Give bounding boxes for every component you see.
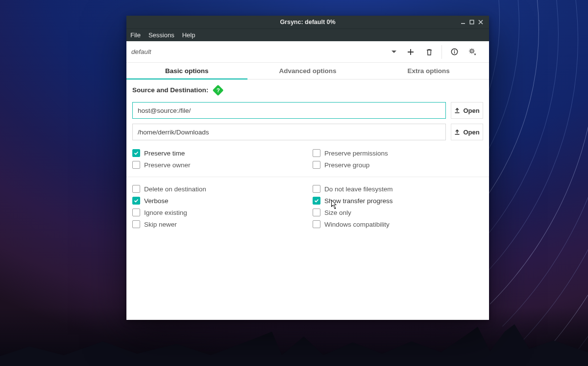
menu-sessions[interactable]: Sessions <box>148 31 174 39</box>
window-title: Grsync: default 0% <box>157 19 459 26</box>
checkbox-do-not-leave-filesystem[interactable]: Do not leave filesystem <box>313 185 483 193</box>
svg-rect-0 <box>461 23 465 24</box>
upload-icon <box>454 129 460 135</box>
info-icon <box>451 48 458 55</box>
checkbox-preserve-time[interactable]: Preserve time <box>132 149 303 157</box>
svg-rect-4 <box>454 51 454 53</box>
checkbox-windows-compatibility[interactable]: Windows compatibility <box>313 220 483 228</box>
open-label: Open <box>463 107 479 114</box>
open-source-button[interactable]: Open <box>451 102 483 119</box>
session-name: default <box>129 48 151 55</box>
info-button[interactable] <box>445 43 464 61</box>
checkbox-size-only[interactable]: Size only <box>313 209 483 216</box>
add-session-button[interactable] <box>401 43 420 61</box>
source-destination-label: Source and Destination: <box>132 86 208 94</box>
swap-source-dest-button[interactable]: ? <box>213 85 224 96</box>
svg-point-6 <box>471 51 472 52</box>
tab-content: Source and Destination: ? Open <box>126 79 489 228</box>
menubar: File Sessions Help <box>126 28 489 41</box>
trash-icon <box>426 49 433 55</box>
checkbox-preserve-permissions[interactable]: Preserve permissions <box>313 149 483 157</box>
tab-basic-options[interactable]: Basic options <box>126 63 247 79</box>
app-window: Grsync: default 0% File Sessions Help de… <box>126 16 489 320</box>
checkbox-ignore-existing[interactable]: Ignore existing <box>132 209 303 216</box>
delete-session-button[interactable] <box>420 43 439 61</box>
tabs: Basic options Advanced options Extra opt… <box>126 63 489 79</box>
source-path-input[interactable] <box>132 102 446 119</box>
checkbox-delete-on-destination[interactable]: Delete on destination <box>132 185 303 193</box>
gears-run-icon <box>469 48 477 56</box>
checkbox-show-transfer-progress[interactable]: Show transfer progress <box>313 197 483 205</box>
svg-rect-1 <box>470 20 474 24</box>
tab-advanced-options[interactable]: Advanced options <box>247 63 368 79</box>
destination-path-input[interactable] <box>132 124 446 140</box>
checkbox-verbose[interactable]: Verbose <box>132 197 303 205</box>
maximize-button[interactable] <box>467 20 476 25</box>
session-bar: default <box>126 41 489 63</box>
open-destination-button[interactable]: Open <box>451 124 483 140</box>
run-button[interactable] <box>464 43 482 61</box>
checkbox-preserve-owner[interactable]: Preserve owner <box>132 161 303 169</box>
close-button[interactable] <box>476 20 485 25</box>
menu-file[interactable]: File <box>130 31 141 39</box>
tab-extra-options[interactable]: Extra options <box>368 63 489 79</box>
titlebar: Grsync: default 0% <box>126 16 489 28</box>
plus-icon <box>407 49 414 55</box>
checkbox-skip-newer[interactable]: Skip newer <box>132 220 303 228</box>
minimize-button[interactable] <box>459 20 467 25</box>
svg-rect-7 <box>455 112 460 113</box>
upload-icon <box>454 107 460 113</box>
checkbox-preserve-group[interactable]: Preserve group <box>313 161 483 169</box>
menu-help[interactable]: Help <box>182 31 196 39</box>
chevron-down-icon <box>392 51 396 53</box>
session-dropdown[interactable] <box>387 51 401 53</box>
svg-rect-8 <box>455 134 460 135</box>
svg-point-3 <box>454 50 455 51</box>
open-label: Open <box>463 129 479 136</box>
